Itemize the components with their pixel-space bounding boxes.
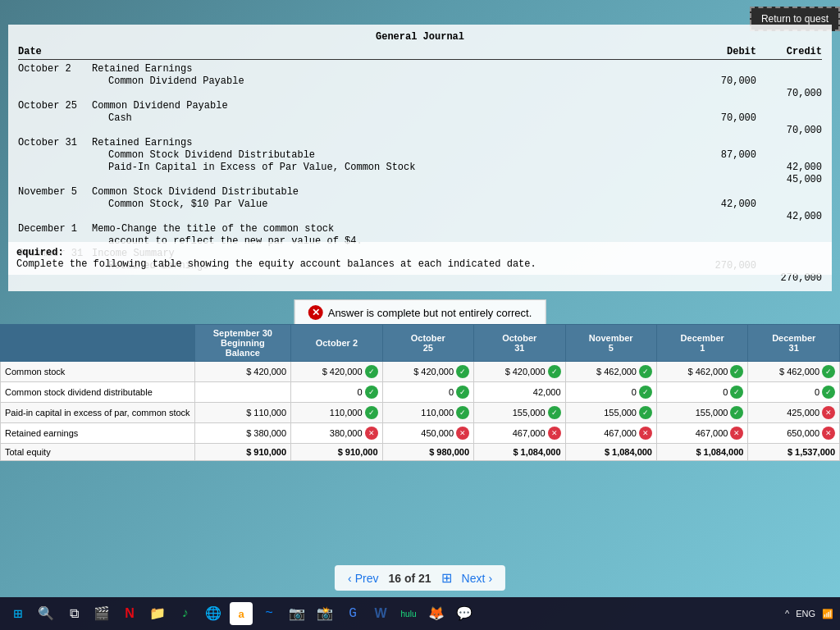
cell-retained-dec31: 650,000✕ — [748, 423, 840, 444]
cell-retained-sep30: $380,000 — [194, 423, 291, 444]
journal-row: November 5 Common Stock Dividend Distrib… — [18, 186, 822, 198]
journal-debit: 70,000 — [691, 112, 756, 124]
video-icon[interactable]: 🎬 — [90, 602, 113, 625]
grid-icon[interactable]: ⊞ — [441, 570, 452, 586]
messenger-icon[interactable]: ~ — [258, 602, 281, 625]
discord-icon[interactable]: 💬 — [453, 602, 476, 625]
taskbar-right: ^ ENG 📶 — [785, 609, 833, 619]
journal-row: 70,000 — [18, 88, 822, 99]
journal-col-desc-header — [92, 46, 691, 57]
journal-desc: Memo-Change the title of the common stoc… — [92, 223, 691, 235]
answer-status-text: Answer is complete but not entirely corr… — [328, 307, 532, 319]
cell-paid-in-sep30: $110,000 — [194, 403, 291, 423]
netflix-icon[interactable]: N — [118, 602, 141, 625]
cell-total-dec31: $1,537,000 — [748, 444, 840, 461]
journal-date: December 1 — [18, 223, 92, 235]
journal-date: October 25 — [18, 100, 92, 112]
journal-row: Common Dividend Payable 70,000 — [18, 75, 822, 87]
journal-desc: Paid-In Capital in Excess of Par Value, … — [92, 162, 691, 173]
error-icon: ✕ — [308, 305, 323, 320]
cell-retained-oct25: 450,000✕ — [382, 423, 473, 444]
edge-icon[interactable]: 🌐 — [202, 602, 225, 625]
cell-total-oct31: $1,084,000 — [474, 444, 565, 461]
taskbar: ⊞ 🔍 ⧉ 🎬 N 📁 ♪ 🌐 a ~ 📷 📸 G W hulu 🦊 💬 ^ E… — [0, 597, 840, 630]
cell-csdd-oct2: 0✓ — [291, 382, 382, 403]
word-icon[interactable]: W — [369, 602, 392, 625]
wifi-icon[interactable]: 📶 — [822, 609, 833, 619]
amazon-icon[interactable]: a — [230, 602, 253, 625]
camera-icon[interactable]: 📷 — [285, 602, 308, 625]
required-text: Complete the following table showing the… — [16, 258, 536, 270]
table-header-sep30: September 30BeginningBalance — [194, 325, 291, 362]
journal-credit: 45,000 — [756, 174, 822, 185]
journal-title: General Journal — [18, 31, 822, 43]
pagination: ‹ Prev 16 of 21 ⊞ Next › — [335, 565, 505, 591]
required-label: equired: — [16, 247, 64, 258]
journal-col-date-header: Date — [18, 46, 92, 57]
table-header-nov5: November5 — [565, 325, 656, 362]
files-icon[interactable]: 📁 — [146, 602, 169, 625]
table-header-dec1: December1 — [656, 325, 747, 362]
next-button[interactable]: Next › — [462, 572, 492, 585]
cell-retained-oct2: 380,000✕ — [291, 423, 382, 444]
journal-col-debit-header: Debit — [691, 46, 756, 57]
journal-desc: Retained Earnings — [92, 63, 691, 75]
required-section: equired: Complete the following table sh… — [8, 242, 832, 275]
table-header-label — [1, 325, 195, 362]
taskview-icon[interactable]: ⧉ — [62, 602, 85, 625]
language-indicator: ENG — [796, 609, 815, 619]
row-label-retained: Retained earnings — [1, 423, 195, 444]
cell-paid-in-nov5: 155,000✓ — [565, 403, 656, 423]
cell-paid-in-dec31: 425,000✕ — [748, 403, 840, 423]
prev-button[interactable]: ‹ Prev — [348, 572, 378, 585]
row-label-csdd: Common stock dividend distributable — [1, 382, 195, 403]
system-tray-up[interactable]: ^ — [785, 609, 789, 619]
cell-paid-in-oct31: 155,000✓ — [474, 403, 565, 423]
cell-common-stock-oct25: $420,000✓ — [382, 362, 473, 382]
table-row-paid-in: Paid-in capital in excess of par, common… — [1, 403, 840, 423]
journal-desc: Common Stock Dividend Distributable — [92, 186, 691, 198]
row-label-common-stock: Common stock — [1, 362, 195, 382]
screen: Return to quest General Journal Date Deb… — [0, 0, 840, 630]
journal-row: October 2 Retained Earnings — [18, 63, 822, 75]
journal-row: 70,000 — [18, 125, 822, 136]
cell-csdd-dec1: 0✓ — [656, 382, 747, 403]
cell-common-stock-oct2: $420,000✓ — [291, 362, 382, 382]
cell-csdd-oct25: 0✓ — [382, 382, 473, 403]
cell-csdd-oct31: 42,000 — [474, 382, 565, 403]
journal-row: Paid-In Capital in Excess of Par Value, … — [18, 162, 822, 173]
journal-debit: 42,000 — [691, 199, 756, 210]
journal-credit: 70,000 — [756, 88, 822, 99]
hulu-icon[interactable]: hulu — [397, 602, 420, 625]
journal-desc: Common Stock Dividend Distributable — [92, 149, 691, 161]
journal-row: Cash 70,000 — [18, 112, 822, 124]
search-taskbar-icon[interactable]: 🔍 — [34, 602, 57, 625]
row-label-total-equity: Total equity — [1, 444, 195, 461]
cell-paid-in-oct25: 110,000✓ — [382, 403, 473, 423]
windows-logo[interactable]: ⊞ — [7, 602, 30, 625]
cell-retained-nov5: 467,000✕ — [565, 423, 656, 444]
journal-row: October 25 Common Dividend Payable — [18, 100, 822, 112]
firefox-icon[interactable]: 🦊 — [425, 602, 448, 625]
cell-common-stock-oct31: $420,000✓ — [474, 362, 565, 382]
answer-banner: ✕ Answer is complete but not entirely co… — [294, 299, 546, 326]
table-header-dec31: December31 — [748, 325, 840, 362]
cell-paid-in-dec1: 155,000✓ — [656, 403, 747, 423]
journal-desc: Common Dividend Payable — [92, 75, 691, 87]
cell-csdd-dec31: 0✓ — [748, 382, 840, 403]
spotify-icon[interactable]: ♪ — [174, 602, 197, 625]
cell-total-dec1: $1,084,000 — [656, 444, 747, 461]
page-info: 16 of 21 — [388, 572, 431, 585]
journal-row: Common Stock, $10 Par Value 42,000 — [18, 199, 822, 210]
cell-retained-oct31: 467,000✕ — [474, 423, 565, 444]
cell-common-stock-dec31: $462,000✓ — [748, 362, 840, 382]
cell-total-oct2: $910,000 — [291, 444, 382, 461]
instagram-icon[interactable]: 📸 — [313, 602, 336, 625]
chrome-icon[interactable]: G — [341, 602, 364, 625]
table-header-oct31: October31 — [474, 325, 565, 362]
journal-row: 42,000 — [18, 211, 822, 222]
cell-csdd-sep30 — [194, 382, 291, 403]
journal-desc: Common Stock, $10 Par Value — [92, 199, 691, 210]
journal-credit: 70,000 — [756, 125, 822, 136]
row-label-paid-in: Paid-in capital in excess of par, common… — [1, 403, 195, 423]
